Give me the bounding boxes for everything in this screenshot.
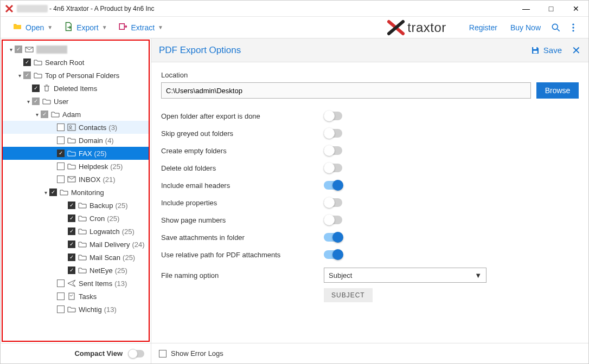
tree-checkbox[interactable]: [57, 280, 65, 287]
tree-node-adam[interactable]: ▾Adam: [3, 108, 149, 121]
option-toggle[interactable]: [324, 233, 342, 242]
compact-view-label: Compact View: [74, 349, 123, 358]
tree-node-domain[interactable]: Domain (4): [3, 134, 149, 147]
tasks-icon: [67, 292, 76, 301]
naming-chip: SUBJECT: [324, 288, 373, 302]
tree-checkbox[interactable]: [57, 150, 65, 157]
tree-node-root[interactable]: ▾xxxxx: [3, 43, 149, 56]
svg-point-2: [572, 23, 574, 25]
caret-icon[interactable]: ▾: [42, 190, 49, 196]
tree-checkbox[interactable]: [68, 202, 75, 209]
tree-node-sent[interactable]: Sent Items (13): [3, 277, 149, 290]
close-window-button[interactable]: ✕: [564, 1, 588, 17]
tree-checkbox[interactable]: [49, 188, 57, 196]
tree-checkbox[interactable]: [57, 136, 65, 144]
tree-count: (25): [122, 227, 135, 236]
tree-node-mail-scan[interactable]: Mail Scan (25): [3, 251, 149, 264]
tree-label: NetEye: [89, 266, 113, 275]
option-toggle[interactable]: [324, 198, 342, 207]
window-controls: — □ ✕: [514, 1, 588, 17]
buy-now-link[interactable]: Buy Now: [504, 21, 547, 34]
tree-checkbox[interactable]: [57, 176, 65, 183]
sidebar: ▾xxxxxSearch Root▾Top of Personal Folder…: [1, 38, 151, 363]
tree-checkbox[interactable]: [15, 46, 22, 53]
browse-button[interactable]: Browse: [536, 82, 579, 99]
tree-checkbox[interactable]: [57, 292, 65, 300]
content-footer: Show Error Logs: [151, 343, 588, 363]
svg-rect-10: [533, 47, 536, 49]
option-toggle[interactable]: [324, 216, 342, 224]
svg-point-4: [572, 30, 574, 31]
tree-node-tasks[interactable]: Tasks: [3, 290, 149, 303]
option-row: Show page numbers: [161, 211, 579, 229]
tree-node-user[interactable]: ▾User: [3, 95, 149, 108]
option-toggle[interactable]: [324, 129, 342, 138]
tree-label: User: [54, 98, 68, 106]
maximize-button[interactable]: □: [539, 1, 564, 17]
tree-node-logwatch[interactable]: Logwatch (25): [3, 225, 149, 238]
folder-icon: [67, 149, 76, 158]
tree-checkbox[interactable]: [23, 58, 31, 66]
folder-icon: [78, 227, 87, 236]
tree-checkbox[interactable]: [68, 227, 75, 235]
chevron-down-icon: ▼: [47, 24, 53, 30]
search-button[interactable]: [547, 19, 565, 36]
tree-count: (13): [114, 280, 127, 288]
option-row: Skip greyed out folders: [161, 125, 579, 142]
tree-node-deleted[interactable]: Deleted Items: [3, 82, 149, 95]
tree-node-mail-delivery[interactable]: Mail Delivery (24): [3, 238, 149, 251]
option-toggle[interactable]: [324, 181, 342, 190]
option-toggle[interactable]: [324, 250, 342, 259]
caret-icon[interactable]: ▾: [7, 47, 15, 53]
show-error-logs-checkbox[interactable]: [159, 350, 167, 358]
tree-checkbox[interactable]: [32, 84, 40, 92]
close-panel-button[interactable]: ✕: [572, 44, 581, 57]
folder-icon: [50, 110, 60, 119]
tree-checkbox[interactable]: [32, 98, 40, 105]
register-link[interactable]: Register: [463, 21, 504, 34]
tree-node-search-root[interactable]: Search Root: [3, 56, 149, 69]
minimize-button[interactable]: —: [514, 1, 539, 17]
tree-node-wichtig[interactable]: Wichtig (13): [3, 303, 149, 316]
tree-checkbox[interactable]: [57, 123, 65, 131]
extract-icon: [118, 22, 128, 33]
tree-checkbox[interactable]: [68, 240, 75, 248]
option-toggle[interactable]: [324, 146, 342, 155]
caret-icon[interactable]: ▾: [33, 112, 41, 118]
option-label: Use relative path for PDF attachments: [161, 251, 324, 259]
extract-button[interactable]: Extract▼: [113, 20, 169, 35]
tree-checkbox[interactable]: [23, 72, 31, 79]
tree-checkbox[interactable]: [68, 253, 75, 261]
tree-checkbox[interactable]: [41, 110, 48, 118]
export-button[interactable]: Export▼: [58, 20, 112, 35]
tree-node-inbox[interactable]: INBOX (21): [3, 173, 149, 186]
tree-node-neteye[interactable]: NetEye (25): [3, 264, 149, 277]
folder-icon: [33, 71, 43, 80]
tree-node-helpdesk[interactable]: Helpdesk (25): [3, 160, 149, 173]
tree-checkbox[interactable]: [68, 214, 75, 222]
tree-node-fax[interactable]: FAX (25): [3, 147, 149, 160]
tree-node-cron[interactable]: Cron (25): [3, 212, 149, 225]
option-toggle[interactable]: [324, 164, 342, 172]
tree-checkbox[interactable]: [57, 162, 65, 170]
caret-icon[interactable]: ▾: [24, 99, 32, 105]
tree-node-monitoring[interactable]: ▾Monitoring: [3, 186, 149, 199]
tree-node-contacts[interactable]: Contacts (3): [3, 121, 149, 134]
location-input[interactable]: [161, 82, 531, 99]
tree-node-top-personal[interactable]: ▾Top of Personal Folders: [3, 69, 149, 82]
naming-select[interactable]: Subject ▼: [324, 268, 486, 283]
compact-view-toggle[interactable]: [128, 350, 144, 358]
tree-node-backup[interactable]: Backup (25): [3, 199, 149, 212]
open-button[interactable]: Open▼: [7, 20, 58, 35]
folder-icon: [78, 266, 87, 275]
tree-checkbox[interactable]: [68, 266, 75, 274]
option-row: Include email headers: [161, 177, 579, 194]
chevron-down-icon: ▼: [158, 24, 163, 30]
tree-count: (25): [110, 162, 123, 171]
caret-icon[interactable]: ▾: [16, 73, 23, 79]
option-label: Skip greyed out folders: [161, 129, 324, 138]
save-button[interactable]: Save: [530, 46, 562, 55]
more-menu-button[interactable]: [565, 19, 582, 36]
tree-checkbox[interactable]: [57, 306, 65, 313]
option-toggle[interactable]: [324, 112, 342, 120]
